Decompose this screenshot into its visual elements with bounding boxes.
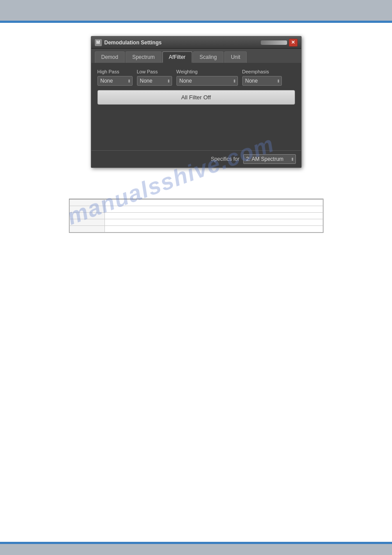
table-row bbox=[69, 206, 323, 213]
dialog-titlebar: M Demodulation Settings ✕ bbox=[91, 36, 301, 49]
tab-demod[interactable]: Demod bbox=[95, 51, 125, 63]
table-section bbox=[69, 199, 324, 233]
deemphasis-group: Deemphasis None 50 μs 75 μs bbox=[242, 69, 282, 86]
bottom-bar bbox=[0, 542, 392, 555]
table-row bbox=[69, 226, 323, 232]
dialog-spacer bbox=[97, 109, 295, 144]
specifics-select[interactable]: 1: FM Spectrum 2: AM Spectrum 3: SW Spec… bbox=[243, 154, 296, 164]
close-button[interactable]: ✕ bbox=[289, 39, 298, 47]
table-cell-left bbox=[69, 226, 104, 232]
table-cell-right bbox=[104, 226, 323, 232]
all-filter-off-button[interactable]: All Filter Off bbox=[97, 90, 295, 105]
dialog-window: M Demodulation Settings ✕ Demod Spectrum… bbox=[91, 36, 302, 168]
dialog-body: High Pass None 20 Hz 50 Hz 100 Hz 200 Hz… bbox=[91, 63, 301, 150]
top-bar bbox=[0, 0, 392, 23]
bottom-bar-accent bbox=[0, 542, 392, 544]
highpass-label: High Pass bbox=[97, 69, 133, 74]
dialog-controls: ✕ bbox=[261, 39, 298, 47]
specifics-select-wrapper: 1: FM Spectrum 2: AM Spectrum 3: SW Spec… bbox=[243, 154, 296, 164]
data-table bbox=[69, 199, 323, 232]
highpass-select[interactable]: None 20 Hz 50 Hz 100 Hz 200 Hz bbox=[97, 76, 133, 86]
tabs-row: Demod Spectrum AfFilter Scaling Unit bbox=[91, 49, 301, 63]
lowpass-label: Low Pass bbox=[137, 69, 172, 74]
weighting-select[interactable]: None A-Weight C-Weight CCIR-468 bbox=[176, 76, 238, 86]
weighting-group: Weighting None A-Weight C-Weight CCIR-46… bbox=[176, 69, 238, 86]
lowpass-select-wrapper: None 3 kHz 5 kHz 10 kHz 15 kHz bbox=[137, 76, 172, 86]
top-bar-accent bbox=[0, 21, 392, 23]
tab-scaling[interactable]: Scaling bbox=[193, 51, 223, 63]
table-cell-right bbox=[104, 213, 323, 219]
tab-affilter[interactable]: AfFilter bbox=[162, 51, 192, 63]
tab-unit[interactable]: Unit bbox=[224, 51, 247, 63]
filter-row: High Pass None 20 Hz 50 Hz 100 Hz 200 Hz… bbox=[97, 69, 295, 86]
dialog-title-left: M Demodulation Settings bbox=[95, 39, 162, 46]
weighting-select-wrapper: None A-Weight C-Weight CCIR-468 bbox=[176, 76, 238, 86]
table-cell-right bbox=[104, 200, 323, 206]
highpass-select-wrapper: None 20 Hz 50 Hz 100 Hz 200 Hz bbox=[97, 76, 133, 86]
deemphasis-select-wrapper: None 50 μs 75 μs bbox=[242, 76, 282, 86]
specifics-label: Specifics for bbox=[211, 156, 239, 162]
table-cell-left bbox=[69, 213, 104, 219]
dialog-app-icon: M bbox=[95, 39, 102, 46]
table-row bbox=[69, 219, 323, 226]
weighting-label: Weighting bbox=[176, 69, 238, 74]
table-cell-left bbox=[69, 219, 104, 226]
dialog-title: Demodulation Settings bbox=[104, 40, 162, 46]
highpass-group: High Pass None 20 Hz 50 Hz 100 Hz 200 Hz bbox=[97, 69, 133, 86]
lowpass-select[interactable]: None 3 kHz 5 kHz 10 kHz 15 kHz bbox=[137, 76, 172, 86]
deemphasis-label: Deemphasis bbox=[242, 69, 282, 74]
dialog-footer: Specifics for 1: FM Spectrum 2: AM Spect… bbox=[91, 150, 301, 167]
table-cell-right bbox=[104, 219, 323, 226]
tab-spectrum[interactable]: Spectrum bbox=[126, 51, 161, 63]
deemphasis-select[interactable]: None 50 μs 75 μs bbox=[242, 76, 282, 86]
main-content: M Demodulation Settings ✕ Demod Spectrum… bbox=[0, 23, 392, 246]
lowpass-group: Low Pass None 3 kHz 5 kHz 10 kHz 15 kHz bbox=[137, 69, 172, 86]
table-row bbox=[69, 200, 323, 206]
table-cell-left bbox=[69, 200, 104, 206]
table-cell-left bbox=[69, 206, 104, 213]
table-cell-right bbox=[104, 206, 323, 213]
title-bar-slider bbox=[261, 40, 287, 45]
table-row bbox=[69, 213, 323, 219]
